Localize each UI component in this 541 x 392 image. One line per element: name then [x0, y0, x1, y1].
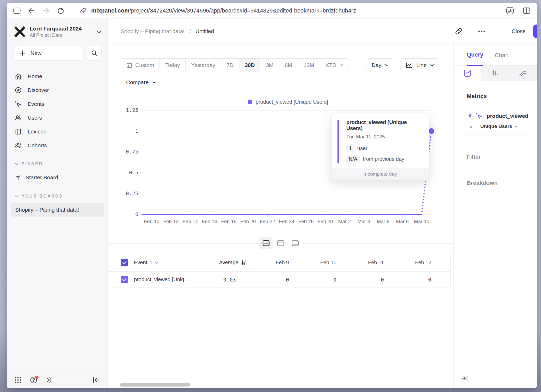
section-pinned[interactable]: PINNED — [12, 162, 104, 166]
users-icon — [15, 114, 22, 121]
save-button[interactable] — [533, 24, 537, 38]
copy-link-icon[interactable] — [454, 27, 463, 36]
date-column-header[interactable]: Feb 10 — [298, 260, 345, 266]
sidebar-item-shopify-board[interactable]: Shopify – Piping that data! — [11, 203, 104, 217]
sidebar-toggle-icon[interactable] — [13, 7, 21, 15]
cohorts-icon — [15, 142, 22, 149]
address-bar[interactable]: mixpanel.com/project/3472420/view/397469… — [79, 7, 499, 15]
tab-query[interactable]: Query — [467, 51, 483, 66]
filter-section-label[interactable]: Filter — [467, 154, 537, 160]
table-row[interactable]: product_viewed [Uniq... 0.03 0 0 0 0 — [108, 272, 450, 288]
table-header-row: Event 1 Average Feb 9 Feb 10 Feb 11 — [108, 254, 450, 272]
collapse-right-icon[interactable] — [460, 374, 469, 383]
apps-grid-icon[interactable] — [14, 376, 22, 384]
metrics-section-label: Metrics — [467, 93, 537, 100]
sidebar-item-cohorts[interactable]: Cohorts — [11, 138, 104, 152]
data-point-marker — [428, 128, 434, 134]
sidebar-item-events[interactable]: Events — [11, 97, 104, 111]
date-column-header[interactable]: Feb 12 — [392, 260, 440, 266]
range-7d[interactable]: 7D — [221, 59, 239, 72]
row-label: product_viewed [Uniq... — [134, 277, 188, 283]
range-xtd[interactable]: XTD — [320, 59, 349, 72]
y-axis-tick-label: 1 — [115, 128, 138, 134]
sidebar-item-label: Lexicon — [28, 128, 46, 135]
sidebar-item-users[interactable]: Users — [11, 111, 104, 125]
breadcrumb-parent[interactable]: Shopify – Piping that data! — [121, 28, 185, 34]
range-today[interactable]: Today — [160, 59, 186, 72]
range-12m[interactable]: 12M — [298, 59, 320, 72]
granularity-dropdown[interactable]: Day — [366, 58, 394, 72]
report-toolbar: Custom Today Yesterday 7D 30D 3M 6M 12M … — [121, 58, 439, 72]
tooltip-delta: N/A — [346, 155, 360, 163]
split-view-icon[interactable] — [523, 7, 531, 15]
close-button[interactable]: Close — [512, 28, 526, 34]
forward-button[interactable] — [42, 7, 50, 15]
range-custom[interactable]: Custom — [121, 59, 160, 72]
split-rows-icon[interactable] — [259, 237, 273, 249]
workspace-switcher[interactable]: Lord Farquaad 2024 All Project Data — [14, 26, 102, 38]
sidebar-item-label: Users — [28, 115, 42, 121]
date-column-header[interactable]: Feb 11 — [345, 260, 392, 266]
ellipsis-icon[interactable] — [477, 27, 486, 36]
compare-dropdown[interactable]: Compare — [121, 76, 161, 89]
tooltip-title: product_viewed [Unique Users] — [346, 119, 422, 131]
new-button[interactable]: New — [14, 46, 83, 60]
tooltip-value-unit: user — [357, 145, 367, 151]
collapse-left-icon[interactable] — [92, 376, 100, 384]
breadcrumb-current[interactable]: Untitled — [195, 28, 214, 34]
line-chart-icon — [406, 62, 413, 68]
book-icon — [15, 128, 22, 135]
row-checkbox[interactable] — [121, 276, 128, 283]
metric-letter-badge: A — [469, 112, 472, 119]
section-your-boards[interactable]: YOUR BOARDS — [12, 194, 104, 199]
range-label: Custom — [135, 62, 154, 68]
y-axis-tick-label: 0 — [115, 211, 138, 217]
chevron-down-icon — [152, 81, 156, 84]
range-label: 3M — [266, 62, 273, 68]
funnel-bars-icon[interactable] — [481, 66, 509, 81]
chevron-down-icon — [340, 64, 343, 66]
select-all-checkbox[interactable] — [121, 259, 128, 266]
tab-chart[interactable]: Chart — [495, 52, 509, 65]
header-divider — [500, 26, 500, 37]
horizontal-scrollbar[interactable] — [120, 383, 190, 387]
browser-right-icons — [506, 7, 531, 15]
date-range-segmented: Custom Today Yesterday 7D 30D 3M 6M 12M … — [121, 58, 349, 72]
event-column-header[interactable]: Event 1 — [134, 260, 158, 266]
tune-icon[interactable] — [506, 7, 514, 15]
y-axis-tick-label: 0.5 — [115, 169, 138, 176]
range-label: 30D — [245, 62, 255, 68]
legend-swatch — [248, 100, 252, 104]
metric-card[interactable]: A product_viewed # Unique Users — [463, 107, 530, 134]
chevron-down-icon — [155, 261, 158, 264]
back-button[interactable] — [28, 7, 35, 15]
sidebar-item-starter-board[interactable]: Starter Board — [11, 170, 104, 185]
legend-label[interactable]: product_viewed [Unique Users] — [256, 99, 328, 105]
gear-icon[interactable] — [45, 376, 53, 384]
sidebar-item-home[interactable]: Home — [11, 69, 104, 83]
reload-icon[interactable] — [57, 7, 65, 15]
insights-chart-icon[interactable] — [454, 66, 481, 81]
bottom-pane-icon[interactable] — [288, 237, 302, 249]
range-yesterday[interactable]: Yesterday — [186, 59, 221, 72]
top-pane-icon[interactable] — [274, 237, 287, 249]
sidebar-item-lexicon[interactable]: Lexicon — [11, 125, 104, 138]
range-30d[interactable]: 30D — [239, 59, 261, 72]
panel-tabs: Query Chart — [454, 44, 537, 66]
chart-type-dropdown[interactable]: Line — [400, 58, 439, 72]
report-main: Custom Today Yesterday 7D 30D 3M 6M 12M … — [108, 44, 453, 388]
breakdown-section-label[interactable]: Breakdown — [467, 180, 537, 186]
flows-icon[interactable] — [509, 66, 537, 81]
sidebar-item-discover[interactable]: Discover — [11, 83, 104, 97]
row-average: 0.03 — [223, 277, 250, 283]
search-button[interactable] — [87, 46, 102, 60]
date-column-header[interactable]: Feb 9 — [250, 260, 298, 266]
range-6m[interactable]: 6M — [279, 59, 298, 72]
help-icon[interactable] — [30, 376, 38, 384]
metric-measure-dropdown[interactable]: Unique Users — [480, 124, 518, 129]
average-column-header[interactable]: Average — [219, 260, 250, 266]
granularity-label: Day — [372, 62, 381, 68]
board-label: Starter Board — [26, 174, 58, 181]
compare-label: Compare — [126, 79, 149, 85]
range-3m[interactable]: 3M — [260, 59, 279, 72]
